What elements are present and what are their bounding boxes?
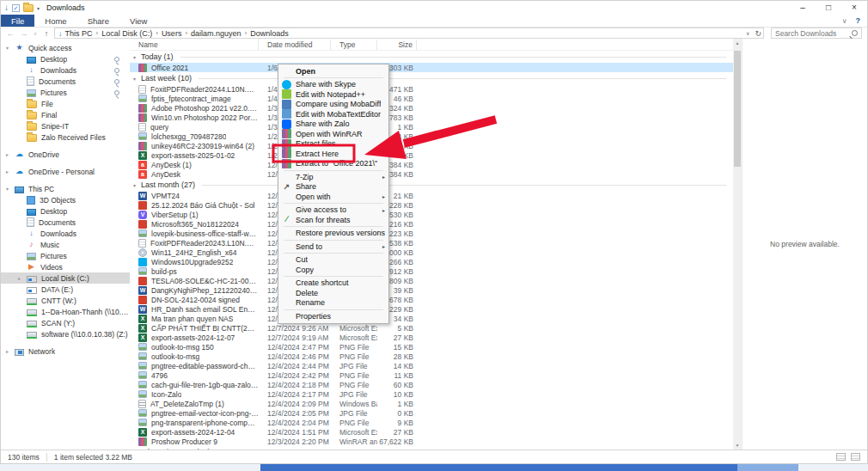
back-icon[interactable]: ← [4,29,16,38]
file-row-at-deletezalotmp-1[interactable]: AT_DeleteZaloTmp (1)12/4/2024 2:09 PMWin… [130,399,733,408]
file-row-fptis-fptecontract-image[interactable]: fptis_fptecontract_image1/4/2025JPG File… [130,94,733,103]
breadcrumb-segment-local-disk-c[interactable]: Local Disk (C:) [101,29,152,38]
file-row-query[interactable]: query1/3/2025File1 KB [130,122,733,132]
column-header-size[interactable]: Size [377,40,417,50]
group-chevron-icon[interactable]: ▾ [133,54,141,60]
sidebar-item-videos[interactable]: ▶Videos [1,261,130,272]
file-row-export-assets-2025-01-02[interactable]: Xexport-assets-2025-01-021/2/2025Microso… [130,150,733,160]
group-chevron-icon[interactable]: ▾ [133,76,141,82]
menu-item-restore-previous-versions[interactable]: Restore previous versions [278,229,388,239]
menu-item-edit-with-mobatexteditor[interactable]: Edit with MobaTextEditor [278,109,388,119]
properties-qat-icon[interactable]: ✓ [12,4,20,12]
file-row-lolchesxgg-709487280[interactable]: lolchesxgg_7094872801/2/2025JPG File14 K… [130,132,733,141]
file-row-c-p-ph-t-thi-t-b-cntt-2024[interactable]: XCẤP PHÁT THIẾT BỊ CNTT(2024)12/7/2024 9… [130,323,733,333]
tree-chevron-icon[interactable]: ▸ [6,151,15,157]
sidebar-item-file[interactable]: File [1,98,130,109]
address-box[interactable]: ↓ This PC›Local Disk (C:)›Users›dailam.n… [54,28,764,39]
sidebar-item-snipe-it[interactable]: Snipe-IT [1,120,130,132]
sidebar-item-pictures[interactable]: Pictures [1,87,130,98]
details-view-icon[interactable] [836,453,846,461]
menu-item-edit-with-notepad[interactable]: Edit with Notepad++ [278,89,388,100]
file-row-office-2021[interactable]: Office 20211/6/2025WinRAR archive3,303 K… [130,63,733,72]
close-button[interactable]: × [841,1,867,15]
menu-item-create-shortcut[interactable]: Create shortcut [278,278,388,289]
new-folder-qat-icon[interactable] [23,4,34,12]
file-row-unikey46rc2-230919-win64-2[interactable]: unikey46RC2-230919-win64 (2)1/2/2025WinR… [130,141,733,150]
menu-item-open-with[interactable]: Open with▸ [278,192,388,202]
sidebar-item-final[interactable]: Final [1,109,130,120]
column-header-date-modified[interactable]: Date modified [259,40,331,50]
maximize-button[interactable]: □ [816,1,841,15]
sidebar-item-desktop[interactable]: Desktop [1,205,130,217]
recent-locations-icon[interactable]: ∨ [32,30,39,36]
menu-item-scan-for-threats[interactable]: ∕Scan for threats [278,215,388,225]
column-header-type[interactable]: Type [331,40,377,50]
file-row-outlook-to-msg[interactable]: outlook-to-msg12/4/2024 2:46 PMPNG File2… [130,352,733,361]
file-row-dn-sol-2412-0024-signed[interactable]: DN-SOL-2412-0024 signed12/9/2024PDF File… [130,295,733,304]
menu-item-extract-to-office-2021[interactable]: Extract to "Office 2021\" [278,159,388,169]
column-header-name[interactable]: Name [130,40,259,50]
sidebar-item-music[interactable]: ♪Music [1,239,130,250]
menu-item-send-to[interactable]: Send to▸ [278,242,388,252]
group-header-today-1[interactable]: ▾Today (1) [130,51,733,63]
group-chevron-icon[interactable]: ▾ [133,182,141,188]
search-input[interactable] [775,29,852,38]
file-row-25-12-2024-b-o-gi-chu-t-sol[interactable]: 25.12.2024 Báo Giá Chuột - Sol12/26/2024… [130,200,733,210]
file-row-build-ps[interactable]: build-ps12/14/2024PNG File912 KB [130,266,733,276]
file-row-foxitpdfreader20243-l10n-setup-pkg[interactable]: FoxitPDFReader20243.L10N.Setup.pkg12/16/… [130,238,733,248]
tree-chevron-icon[interactable]: ▾ [6,186,15,192]
tree-chevron-icon[interactable]: ▸ [6,168,15,174]
tree-chevron-icon[interactable]: ▾ [6,45,15,51]
file-row-hr-danh-sach-email-sol-enc-17-10[interactable]: WHR_Danh sach email SOL EnC_17.1012/9/20… [130,304,733,314]
sidebar-item-data-e[interactable]: DATA (E:) [1,284,130,295]
file-row-cach-gui-file-tren-1gb-qua-zalo-tren-die[interactable]: cach-gui-file-tren-1gb-qua-zalo-tren-die… [130,380,733,389]
file-row-vibersetup-1[interactable]: VViberSetup (1)12/24/2024Application2,53… [130,210,733,219]
file-row-windows10upgrade9252[interactable]: Windows10Upgrade925212/14/2024Applicatio… [130,257,733,266]
menu-item-open-with-winrar[interactable]: Open with WinRAR [278,129,388,139]
menu-item-share[interactable]: ↗Share [278,182,388,193]
sidebar-item-pictures[interactable]: Pictures [1,250,130,261]
menu-item-compare-using-mobadiff[interactable]: Compare using MobaDiff [278,100,388,110]
menu-item-extract-here[interactable]: Extract Here [278,149,388,159]
menu-item-properties[interactable]: Properties [278,311,388,321]
sidebar-item-zalo-received-files[interactable]: Zalo Received Files [1,132,130,143]
sidebar-item-downloads[interactable]: ↓Downloads [1,64,130,76]
sidebar-item-documents[interactable]: Documents [1,217,130,228]
help-icon[interactable]: ? [856,16,861,25]
sidebar-item-network[interactable]: ▸Network [1,346,130,357]
sidebar-item-desktop[interactable]: Desktop [1,53,130,64]
scrollbar-thumb[interactable] [734,51,741,167]
vertical-scrollbar[interactable]: ▲ ▼ [733,39,742,450]
menu-item-share-with-zalo[interactable]: Share with Zalo [278,119,388,130]
menu-item-share-with-skype[interactable]: Share with Skype [278,80,388,90]
file-row-outlook-to-msg-150[interactable]: outlook-to-msg 15012/4/2024 2:47 PMPNG F… [130,342,733,352]
file-row-pngtree-editable-password-change-icon[interactable]: pngtree-editable-password-change-icon...… [130,361,733,370]
file-row-anydesk[interactable]: aAnyDesk12/30/2024Application5,384 KB [130,169,733,179]
file-row-foxitpdfreader20244-l10n-setup-pkg[interactable]: FoxitPDFReader20244.L10N.Setup.pkg1/4/20… [130,84,733,94]
group-header-last-week-10[interactable]: ▾Last week (10) [130,72,733,84]
file-row-icon-zalo[interactable]: Icon-Zalo12/4/2024 2:17 PMJPG File10 KB [130,389,733,399]
menu-item-cut[interactable]: Cut [278,255,388,266]
file-row-proshow-producer-9[interactable]: Proshow Producer 912/3/2024 2:20 PMWinRA… [130,437,733,446]
sidebar-item-this-pc[interactable]: ▾This PC [1,183,130,194]
breadcrumb-segment-this-pc[interactable]: This PC [65,29,93,38]
sidebar-item-cntt-w[interactable]: CNTT (W:) [1,295,130,306]
breadcrumb-segment-dailam-nguyen[interactable]: dailam.nguyen [191,29,241,38]
sidebar-item-software-10-0-10-38-z[interactable]: software (\\10.0.10.38) (Z:) [1,328,130,339]
breadcrumb-segment-users[interactable]: Users [162,29,182,38]
search-icon[interactable] [852,30,858,36]
file-row-anydesk-1[interactable]: aAnyDesk (1)12/30/2024Application5,384 K… [130,160,733,169]
menu-item-extract-files[interactable]: Extract files... [278,139,388,150]
sidebar-item-onedrive[interactable]: ▸☁OneDrive [1,149,130,160]
refresh-icon[interactable]: ↻ [755,29,761,38]
sidebar-item-downloads[interactable]: ↓Downloads [1,228,130,239]
expand-ribbon-icon[interactable]: ∨ [842,17,847,25]
menu-item-7-zip[interactable]: 7-Zip▸ [278,172,388,182]
forward-icon[interactable]: → [18,29,30,38]
sidebar-item-1-da-hoan-thanh-10-0-35-2-x[interactable]: 1--Da-Hoan-Thanh (\\10.0.35.2) (X:) [1,306,130,317]
tree-chevron-icon[interactable]: ▸ [18,275,27,281]
tab-view[interactable]: View [119,15,157,27]
sidebar-item-documents[interactable]: Documents [1,76,130,87]
sidebar-item-local-disk-c[interactable]: ▸Local Disk (C:) [1,272,130,284]
file-row-4796[interactable]: 479612/4/2024 2:42 PMPNG File11 KB [130,370,733,380]
